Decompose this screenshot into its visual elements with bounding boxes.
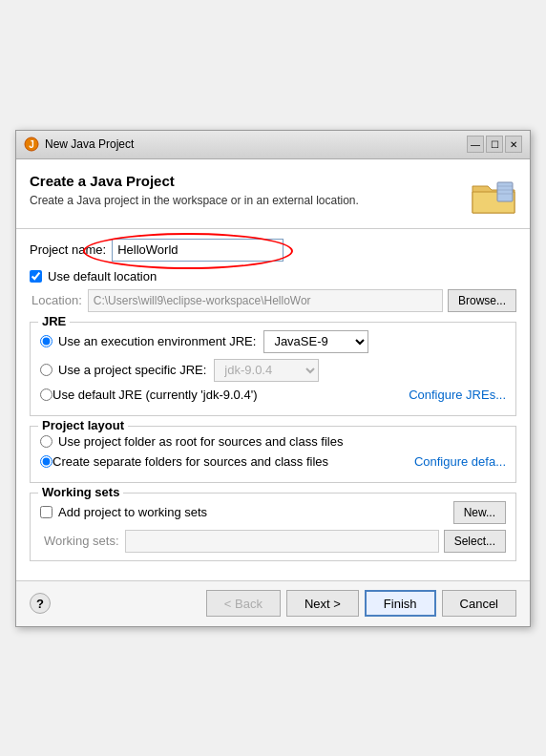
- project-name-input[interactable]: [112, 239, 284, 262]
- project-name-row: Project name:: [30, 239, 516, 262]
- jre-default-radio[interactable]: [40, 388, 52, 401]
- title-bar: J New Java Project — ☐ ✕: [16, 131, 530, 159]
- close-button[interactable]: ✕: [505, 136, 522, 153]
- jre-default-row: Use default JRE (currently 'jdk-9.0.4') …: [40, 388, 506, 402]
- footer-right: < Back Next > Finish Cancel: [206, 590, 516, 617]
- working-sets-checkbox[interactable]: [40, 506, 52, 518]
- working-sets-group: Working sets Add project to working sets…: [30, 493, 516, 561]
- layout-root-radio[interactable]: [40, 435, 52, 448]
- minimize-button[interactable]: —: [467, 136, 484, 153]
- default-location-checkbox-row: Use default location: [30, 269, 516, 284]
- svg-rect-4: [497, 182, 513, 201]
- window-title: New Java Project: [45, 137, 467, 151]
- working-sets-select-row: Working sets: Select...: [40, 530, 506, 553]
- help-button[interactable]: ?: [30, 593, 51, 614]
- new-working-set-button[interactable]: New...: [453, 501, 506, 524]
- jre-group: JRE Use an execution environment JRE: Ja…: [30, 322, 516, 416]
- configure-jres-link[interactable]: Configure JREs...: [409, 388, 506, 402]
- jre-specific-dropdown[interactable]: jdk-9.0.4: [214, 359, 319, 382]
- browse-button[interactable]: Browse...: [448, 289, 516, 312]
- jre-env-radio[interactable]: [40, 335, 52, 347]
- jre-specific-row: Use a project specific JRE: jdk-9.0.4: [40, 359, 506, 382]
- maximize-button[interactable]: ☐: [486, 136, 503, 153]
- jre-specific-label[interactable]: Use a project specific JRE:: [58, 363, 206, 377]
- location-label: Location:: [32, 293, 82, 307]
- footer-left: ?: [30, 593, 51, 614]
- location-row: Location: Browse...: [32, 289, 516, 312]
- dialog-window: J New Java Project — ☐ ✕ Create a Java P…: [15, 130, 531, 627]
- jre-env-label[interactable]: Use an execution environment JRE:: [58, 334, 256, 348]
- working-sets-top-row: Add project to working sets New...: [40, 501, 506, 524]
- window-controls: — ☐ ✕: [467, 136, 522, 153]
- header-text: Create a Java Project Create a Java proj…: [30, 173, 359, 209]
- select-working-sets-button[interactable]: Select...: [444, 530, 506, 553]
- configure-default-link[interactable]: Configure defa...: [414, 454, 506, 469]
- layout-separate-radio[interactable]: [40, 455, 52, 468]
- header-description: Create a Java project in the workspace o…: [30, 193, 359, 209]
- finish-button[interactable]: Finish: [365, 590, 436, 617]
- jre-env-row: Use an execution environment JRE: JavaSE…: [40, 330, 506, 353]
- layout-separate-label[interactable]: Create separate folders for sources and …: [52, 454, 328, 469]
- back-button[interactable]: < Back: [206, 590, 281, 617]
- working-sets-checkbox-row: Add project to working sets: [40, 505, 207, 519]
- project-name-wrapper: [112, 239, 516, 262]
- dialog-body: Project name: Use default location Locat…: [16, 229, 530, 580]
- jre-default-left: Use default JRE (currently 'jdk-9.0.4'): [40, 388, 258, 402]
- working-sets-checkbox-label[interactable]: Add project to working sets: [58, 505, 207, 519]
- jre-group-title: JRE: [38, 314, 70, 328]
- cancel-button[interactable]: Cancel: [442, 590, 516, 617]
- next-button[interactable]: Next >: [286, 590, 359, 617]
- layout-root-row: Use project folder as root for sources a…: [40, 434, 506, 449]
- layout-separate-left: Create separate folders for sources and …: [40, 454, 328, 469]
- layout-separate-row: Create separate folders for sources and …: [40, 454, 506, 469]
- window-icon: J: [24, 136, 39, 152]
- default-location-label[interactable]: Use default location: [48, 269, 157, 284]
- default-location-checkbox[interactable]: [30, 270, 42, 283]
- working-sets-input[interactable]: [125, 530, 439, 553]
- header-icon: [471, 173, 516, 219]
- project-name-label: Project name:: [30, 242, 106, 257]
- working-sets-title: Working sets: [38, 485, 123, 499]
- header-title: Create a Java Project: [30, 173, 359, 189]
- jre-default-label[interactable]: Use default JRE (currently 'jdk-9.0.4'): [52, 388, 258, 402]
- dialog-header: Create a Java Project Create a Java proj…: [16, 159, 530, 229]
- project-layout-group: Project layout Use project folder as roo…: [30, 426, 516, 483]
- project-layout-title: Project layout: [38, 418, 128, 432]
- dialog-footer: ? < Back Next > Finish Cancel: [16, 580, 530, 626]
- layout-root-label[interactable]: Use project folder as root for sources a…: [58, 434, 343, 449]
- working-sets-label: Working sets:: [44, 534, 119, 548]
- location-input[interactable]: [88, 289, 443, 312]
- svg-text:J: J: [29, 139, 34, 150]
- jre-env-dropdown[interactable]: JavaSE-9: [263, 330, 368, 353]
- jre-specific-radio[interactable]: [40, 364, 52, 376]
